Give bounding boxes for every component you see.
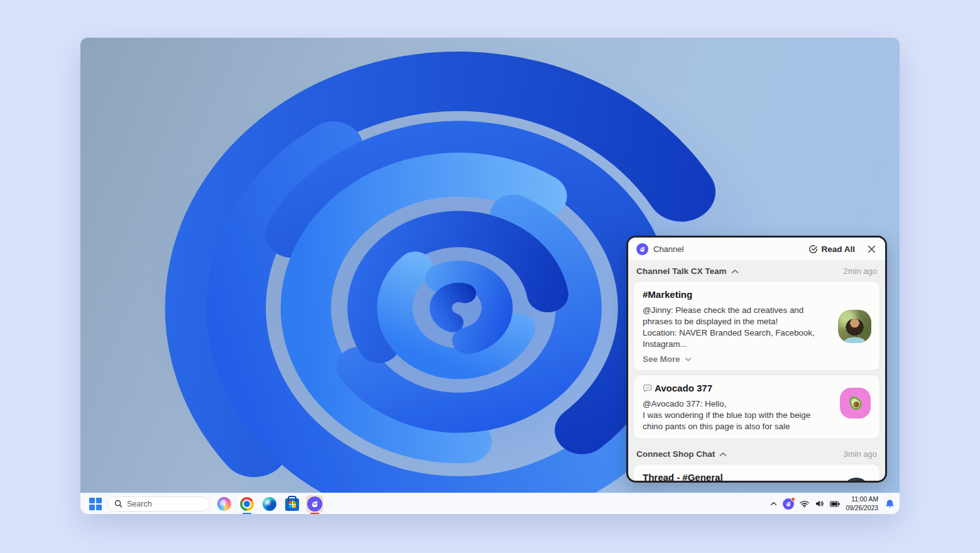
notification-card-thread-general[interactable]: Thread - #General: [634, 464, 879, 483]
group-title: Connect Shop Chat: [636, 449, 715, 459]
taskbar-apps: [215, 495, 324, 513]
notification-bell-icon[interactable]: [885, 499, 895, 509]
see-more-button[interactable]: See More: [643, 354, 692, 364]
channel-logo-icon: [636, 243, 648, 255]
notification-panel: Channel Read All Channel Talk CX Te: [626, 236, 887, 483]
microsoft-store-icon: [285, 498, 299, 511]
group-header-connect-shop-chat[interactable]: Connect Shop Chat 3min ago: [634, 444, 879, 464]
start-button[interactable]: [89, 498, 101, 510]
message-title: #Marketing: [643, 288, 871, 301]
chevron-up-icon[interactable]: [731, 269, 739, 274]
group-header-channel-talk-cx-team[interactable]: Channel Talk CX Team 2min ago: [634, 261, 879, 282]
chrome-active-indicator: [242, 513, 251, 515]
close-icon[interactable]: [866, 244, 877, 255]
desktop-window: Channel Read All Channel Talk CX Te: [80, 38, 900, 514]
panel-app-title: Channel: [653, 244, 683, 254]
tray-chevron-up-icon[interactable]: [770, 501, 777, 506]
tray-time: 11:00 AM: [846, 495, 878, 503]
read-all-label: Read All: [821, 244, 855, 254]
avatar-jinny: [838, 310, 871, 343]
edge-icon: [263, 497, 276, 511]
taskbar-chrome-icon[interactable]: [238, 495, 256, 513]
tray-date: 09/26/2023: [846, 504, 878, 512]
group-timestamp: 2min ago: [844, 266, 877, 276]
speech-bubble-icon: [643, 383, 653, 393]
notification-dot: [791, 497, 795, 501]
message-body: @Jinny: Please check the ad creatives an…: [643, 305, 871, 350]
group-title: Channel Talk CX Team: [636, 266, 727, 276]
channel-app-icon: [307, 496, 322, 512]
notification-card-marketing[interactable]: #Marketing @Jinny: Please check the ad c…: [634, 282, 879, 370]
search-input[interactable]: [127, 500, 203, 508]
message-body: @Avocado 377: Hello, I was wondering if …: [643, 398, 871, 432]
avatar-avocado: [840, 388, 871, 419]
taskbar-search[interactable]: [107, 496, 210, 512]
battery-icon[interactable]: [830, 501, 840, 507]
volume-icon[interactable]: [815, 500, 824, 508]
message-title-text: Avocado 377: [655, 382, 712, 395]
notification-panel-header: Channel Read All: [628, 238, 885, 261]
chevron-up-icon[interactable]: [719, 452, 727, 457]
taskbar-store-icon[interactable]: [283, 495, 301, 513]
taskbar-channel-icon[interactable]: [306, 495, 324, 513]
chevron-down-icon: [685, 357, 692, 362]
tray-channel-icon[interactable]: [783, 498, 794, 510]
notification-card-avocado-377[interactable]: Avocado 377 @Avocado 377: Hello, I was w…: [634, 375, 879, 439]
message-title: Thread - #General: [643, 471, 871, 483]
copilot-icon: [217, 497, 231, 511]
search-icon: [114, 500, 122, 508]
wifi-icon[interactable]: [800, 500, 809, 508]
taskbar: 11:00 AM 09/26/2023: [80, 493, 900, 514]
avocado-emoji-icon: [846, 393, 866, 413]
notification-panel-body: Channel Talk CX Team 2min ago #Marketing…: [628, 261, 885, 483]
chrome-icon: [240, 497, 254, 511]
group-timestamp: 3min ago: [844, 449, 877, 459]
system-tray: 11:00 AM 09/26/2023: [770, 495, 895, 512]
message-title: Avocado 377: [643, 382, 871, 395]
taskbar-edge-icon[interactable]: [261, 495, 278, 513]
clock[interactable]: 11:00 AM 09/26/2023: [846, 495, 878, 512]
taskbar-copilot-icon[interactable]: [215, 495, 233, 513]
read-all-check-circle-icon: [808, 244, 818, 254]
channel-active-indicator: [310, 513, 319, 515]
read-all-button[interactable]: Read All: [808, 244, 855, 254]
see-more-label: See More: [643, 354, 680, 364]
